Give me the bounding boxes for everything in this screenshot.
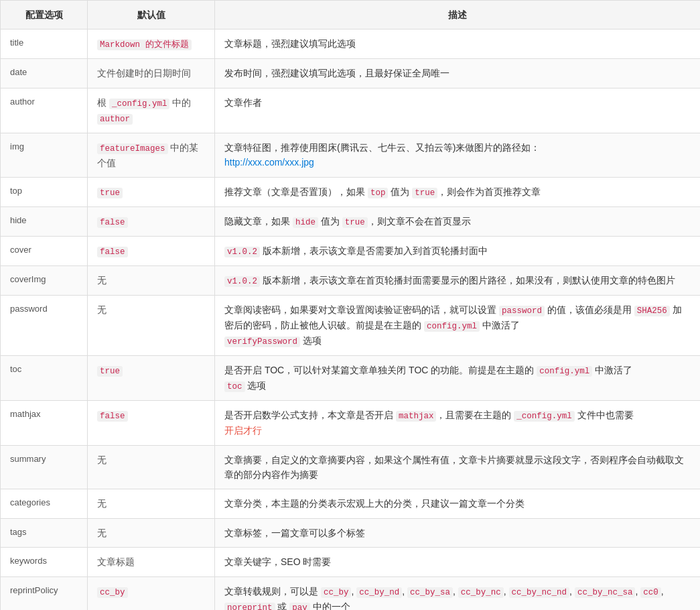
- option-cell: summary: [1, 445, 88, 489]
- default-cell: false: [88, 207, 215, 237]
- description-cell: 文章摘要，自定义的文章摘要内容，如果这个属性有值，文章卡片摘要就显示这段文字，否…: [215, 445, 701, 489]
- option-cell: coverImg: [1, 266, 88, 296]
- option-cell: title: [1, 29, 88, 59]
- description-cell: 文章分类，本主题的分类表示宏观上大的分类，只建议一篇文章一个分类: [215, 489, 701, 518]
- description-cell: 文章阅读密码，如果要对文章设置阅读验证密码的话，就可以设置 password 的…: [215, 296, 701, 356]
- table-row: summary无文章摘要，自定义的文章摘要内容，如果这个属性有值，文章卡片摘要就…: [1, 445, 701, 489]
- table-row: password无文章阅读密码，如果要对文章设置阅读验证密码的话，就可以设置 p…: [1, 296, 701, 356]
- table-row: keywords文章标题文章关键字，SEO 时需要: [1, 548, 701, 576]
- description-cell: 文章关键字，SEO 时需要: [215, 548, 701, 576]
- table-row: coverfalsev1.0.2 版本新增，表示该文章是否需要加入到首页轮播封面…: [1, 237, 701, 266]
- option-cell: keywords: [1, 548, 88, 576]
- table-row: tags无文章标签，一篇文章可以多个标签: [1, 518, 701, 547]
- option-cell: date: [1, 59, 88, 88]
- option-cell: hide: [1, 207, 88, 237]
- description-cell: 文章标题，强烈建议填写此选项: [215, 29, 701, 59]
- default-cell: true: [88, 356, 215, 401]
- table-row: author根 _config.yml 中的 author文章作者: [1, 88, 701, 133]
- option-cell: img: [1, 133, 88, 177]
- table-row: imgfeatureImages 中的某个值文章特征图，推荐使用图床(腾讯云、七…: [1, 133, 701, 177]
- table-row: date文件创建时的日期时间发布时间，强烈建议填写此选项，且最好保证全局唯一: [1, 59, 701, 88]
- description-cell: 隐藏文章，如果 hide 值为 true，则文章不会在首页显示: [215, 207, 701, 237]
- description-cell: 是否开启 TOC，可以针对某篇文章单独关闭 TOC 的功能。前提是在主题的 co…: [215, 356, 701, 401]
- description-cell: v1.0.2 版本新增，表示该文章在首页轮播封面需要显示的图片路径，如果没有，则…: [215, 266, 701, 296]
- table-row: mathjaxfalse是否开启数学公式支持，本文章是否开启 mathjax，且…: [1, 401, 701, 445]
- option-cell: categories: [1, 489, 88, 518]
- description-cell: 是否开启数学公式支持，本文章是否开启 mathjax，且需要在主题的 _conf…: [215, 401, 701, 445]
- description-cell: 文章标签，一篇文章可以多个标签: [215, 518, 701, 547]
- option-cell: top: [1, 178, 88, 207]
- header-option: 配置选项: [1, 1, 88, 29]
- option-cell: reprintPolicy: [1, 576, 88, 610]
- option-cell: toc: [1, 356, 88, 401]
- option-cell: password: [1, 296, 88, 356]
- description-cell: v1.0.2 版本新增，表示该文章是否需要加入到首页轮播封面中: [215, 237, 701, 266]
- option-cell: mathjax: [1, 401, 88, 445]
- default-cell: true: [88, 178, 215, 207]
- option-cell: cover: [1, 237, 88, 266]
- default-cell: 根 _config.yml 中的 author: [88, 88, 215, 133]
- table-row: reprintPolicycc_by文章转载规则，可以是 cc_by, cc_b…: [1, 576, 701, 610]
- description-cell: 推荐文章（文章是否置顶），如果 top 值为 true，则会作为首页推荐文章: [215, 178, 701, 207]
- default-cell: 无: [88, 266, 215, 296]
- table-row: titleMarkdown 的文件标题文章标题，强烈建议填写此选项: [1, 29, 701, 59]
- table-row: hidefalse隐藏文章，如果 hide 值为 true，则文章不会在首页显示: [1, 207, 701, 237]
- default-cell: 无: [88, 445, 215, 489]
- default-cell: Markdown 的文件标题: [88, 29, 215, 59]
- header-default: 默认值: [88, 1, 215, 29]
- table-row: toctrue是否开启 TOC，可以针对某篇文章单独关闭 TOC 的功能。前提是…: [1, 356, 701, 401]
- default-cell: 无: [88, 489, 215, 518]
- option-cell: author: [1, 88, 88, 133]
- description-cell: 文章特征图，推荐使用图床(腾讯云、七牛云、又拍云等)来做图片的路径如：http:…: [215, 133, 701, 177]
- config-table: 配置选项 默认值 描述 titleMarkdown 的文件标题文章标题，强烈建议…: [0, 0, 700, 610]
- header-desc: 描述: [215, 1, 701, 29]
- table-row: toptrue推荐文章（文章是否置顶），如果 top 值为 true，则会作为首…: [1, 178, 701, 207]
- description-cell: 发布时间，强烈建议填写此选项，且最好保证全局唯一: [215, 59, 701, 88]
- option-cell: tags: [1, 518, 88, 547]
- description-cell: 文章转载规则，可以是 cc_by, cc_by_nd, cc_by_sa, cc…: [215, 576, 701, 610]
- default-cell: cc_by: [88, 576, 215, 610]
- default-cell: false: [88, 401, 215, 445]
- default-cell: 文件创建时的日期时间: [88, 59, 215, 88]
- default-cell: false: [88, 237, 215, 266]
- table-row: coverImg无v1.0.2 版本新增，表示该文章在首页轮播封面需要显示的图片…: [1, 266, 701, 296]
- table-row: categories无文章分类，本主题的分类表示宏观上大的分类，只建议一篇文章一…: [1, 489, 701, 518]
- default-cell: 文章标题: [88, 548, 215, 576]
- default-cell: 无: [88, 296, 215, 356]
- default-cell: featureImages 中的某个值: [88, 133, 215, 177]
- default-cell: 无: [88, 518, 215, 547]
- description-cell: 文章作者: [215, 88, 701, 133]
